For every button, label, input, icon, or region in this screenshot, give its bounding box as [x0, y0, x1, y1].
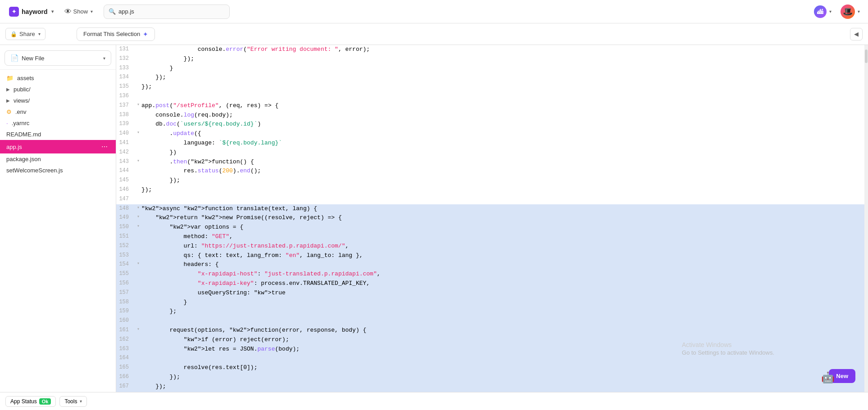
sidebar-item-setwelcome[interactable]: setWelcomeScreen.js — [0, 165, 116, 176]
code-line: 167 }); — [116, 382, 864, 392]
fold-arrow-icon[interactable]: ▾ — [135, 223, 141, 230]
code-line: 160 — [116, 316, 864, 326]
file-item-name: README.md — [6, 131, 41, 138]
collapse-icon: ◀ — [854, 31, 859, 37]
line-content: } — [141, 64, 864, 73]
line-number: 148 — [116, 204, 135, 213]
secondary-bar: 🔒 Share ▾ Format This Selection ✦ ◀ — [0, 23, 868, 45]
tools-chevron-icon: ▾ — [80, 399, 82, 404]
file-item-name: .env — [15, 108, 27, 115]
git-icon: ⚙ — [6, 108, 12, 115]
line-content: headers: { — [141, 260, 864, 270]
fold-arrow-icon[interactable]: ▾ — [135, 129, 141, 136]
line-number: 167 — [116, 382, 135, 391]
right-scrollbar[interactable] — [864, 45, 868, 392]
topbar: ✦ hayword ▾ 👁 Show ▾ 🔍 🏙 ▾ 🎩 ▾ — [0, 0, 868, 23]
line-content: "x-rapidapi-key": process.env.TRANSLATED… — [141, 279, 864, 288]
show-button[interactable]: 👁 Show ▾ — [61, 6, 97, 18]
sidebar-item-public[interactable]: ▶ public/ — [0, 84, 116, 95]
line-content: }) — [141, 148, 864, 158]
main-area: 📄 New File ▾ 📁 assets ▶ public/ ▶ views/ — [0, 45, 868, 392]
line-content: res.status(200).end(); — [141, 167, 864, 176]
fold-arrow-icon[interactable]: ▾ — [135, 326, 141, 333]
dots-menu-button[interactable]: ⋯ — [100, 142, 109, 151]
format-selection-button[interactable]: Format This Selection ✦ — [77, 27, 155, 41]
code-line: 152 url: "https://just-translated.p.rapi… — [116, 242, 864, 251]
search-input[interactable] — [118, 8, 225, 15]
sidebar: 📄 New File ▾ 📁 assets ▶ public/ ▶ views/ — [0, 45, 116, 392]
line-number: 142 — [116, 148, 135, 157]
sidebar-item-readme[interactable]: README.md — [0, 129, 116, 140]
brand-button[interactable]: ✦ hayword ▾ — [5, 5, 57, 18]
tools-button[interactable]: Tools ▾ — [59, 396, 87, 407]
share-chevron-icon: ▾ — [38, 32, 41, 36]
code-editor: 131 console.error("Error writing documen… — [116, 45, 864, 392]
app-status-badge[interactable]: App Status Ok — [5, 396, 56, 407]
line-number: 134 — [116, 73, 135, 81]
sidebar-item-views[interactable]: ▶ views/ — [0, 95, 116, 106]
line-content: app.post("/setProfile", (req, res) => { — [141, 101, 864, 111]
fold-arrow-icon[interactable]: ▾ — [135, 101, 141, 108]
line-content: }); — [141, 73, 864, 82]
fold-arrow-icon[interactable]: ▾ — [135, 204, 141, 212]
code-line: 142 }) — [116, 148, 864, 158]
sidebar-item-yarnrc[interactable]: · .yarnrc — [0, 117, 116, 129]
search-icon: 🔍 — [109, 8, 116, 15]
tools-label: Tools — [64, 398, 77, 405]
share-button[interactable]: 🔒 Share ▾ — [5, 28, 45, 40]
line-content: .then("kw2">function() { — [141, 158, 864, 167]
format-label: Format This Selection — [83, 31, 140, 37]
line-content: console.log(req.body); — [141, 111, 864, 120]
line-number: 154 — [116, 260, 135, 269]
sidebar-item-appjs[interactable]: app.js ⋯ — [0, 140, 116, 153]
code-scroll[interactable]: 131 console.error("Error writing documen… — [116, 45, 864, 392]
folder-arrow-icon: ▶ — [6, 98, 10, 103]
code-line: 165 resolve(res.text[0]); — [116, 363, 864, 373]
line-content: "kw">if (error) reject(error); — [141, 335, 864, 345]
topbar-right: 🏙 ▾ 🎩 ▾ — [811, 3, 863, 20]
line-number: 132 — [116, 54, 135, 63]
line-number: 140 — [116, 129, 135, 138]
line-content — [141, 92, 864, 101]
code-line: 155 "x-rapidapi-host": "just-translated.… — [116, 270, 864, 279]
new-file-button[interactable]: 📄 New File ▾ — [5, 50, 111, 66]
line-content: "kw2">async "kw2">function translate(tex… — [141, 204, 864, 214]
line-number: 161 — [116, 326, 135, 334]
line-number: 151 — [116, 232, 135, 241]
line-number: 149 — [116, 213, 135, 222]
robot-icon[interactable]: 🤖 — [821, 371, 837, 387]
fold-arrow-icon[interactable]: ▾ — [135, 158, 141, 165]
line-content: db.doc(`users/${req.body.id}`) — [141, 120, 864, 129]
line-content: } — [141, 391, 864, 392]
code-line: 163 "kw2">let res = JSON.parse(body); — [116, 345, 864, 354]
line-number: 157 — [116, 288, 135, 297]
code-line: 145 }); — [116, 176, 864, 185]
file-actions: ⋯ — [100, 142, 109, 151]
line-number: 165 — [116, 363, 135, 372]
sidebar-item-assets[interactable]: 📁 assets — [0, 72, 116, 84]
line-number: 163 — [116, 345, 135, 353]
code-line: 148▾"kw2">async "kw2">function translate… — [116, 204, 864, 214]
app-status-label: App Status — [10, 398, 37, 405]
code-line: 138 console.log(req.body); — [116, 111, 864, 120]
collapse-button[interactable]: ◀ — [850, 28, 863, 41]
line-number: 141 — [116, 139, 135, 147]
line-content — [141, 354, 864, 363]
sidebar-item-packagejson[interactable]: package.json — [0, 153, 116, 165]
fold-arrow-icon[interactable]: ▾ — [135, 213, 141, 221]
line-content: resolve(res.text[0]); — [141, 363, 864, 373]
line-number: 159 — [116, 307, 135, 315]
code-line: 141 language: `${req.body.lang}` — [116, 139, 864, 148]
sidebar-item-env[interactable]: ⚙ .env — [0, 106, 116, 117]
code-line: 162 "kw">if (error) reject(error); — [116, 335, 864, 345]
show-label: Show — [73, 8, 88, 15]
line-number: 156 — [116, 279, 135, 288]
code-line: 168} — [116, 391, 864, 392]
search-bar[interactable]: 🔍 — [104, 5, 230, 19]
user1-avatar-button[interactable]: 🏙 ▾ — [811, 4, 834, 19]
line-number: 158 — [116, 298, 135, 306]
user1-avatar: 🏙 — [814, 5, 827, 18]
fold-arrow-icon[interactable]: ▾ — [135, 260, 141, 267]
user2-avatar-button[interactable]: 🎩 ▾ — [838, 3, 863, 20]
show-chevron-icon: ▾ — [91, 9, 93, 14]
